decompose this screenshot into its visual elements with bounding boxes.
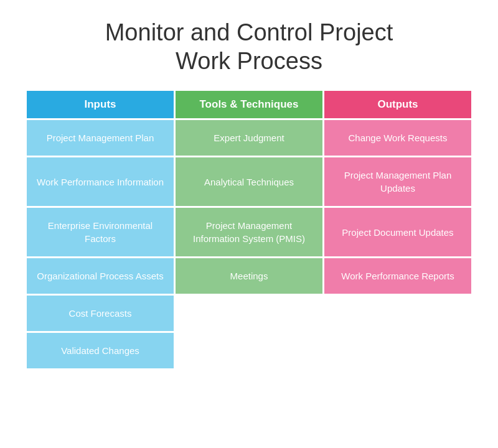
outputs-header: Outputs: [324, 91, 471, 118]
output-cell: Project Management Plan Updates: [324, 157, 471, 206]
tool-cell: Analytical Techniques: [176, 157, 322, 206]
tool-cell: Meetings: [176, 258, 322, 294]
output-cell: Change Work Requests: [324, 120, 471, 156]
table-row: Work Performance InformationAnalytical T…: [27, 157, 471, 206]
table-row: Enterprise Environmental FactorsProject …: [27, 208, 471, 256]
table-row: Project Management PlanExpert JudgmentCh…: [27, 120, 471, 156]
main-table: Inputs Tools & Techniques Outputs Projec…: [25, 89, 473, 370]
tools-header: Tools & Techniques: [176, 91, 322, 118]
input-cell: Organizational Process Assets: [27, 258, 174, 294]
tool-cell: Expert Judgment: [176, 120, 322, 156]
input-cell: Validated Changes: [27, 333, 174, 368]
table-row: Organizational Process AssetsMeetingsWor…: [27, 258, 471, 294]
input-cell: Project Management Plan: [27, 120, 174, 156]
tool-cell: [176, 333, 322, 368]
tool-cell: Project Management Information System (P…: [176, 208, 322, 256]
input-cell: Work Performance Information: [27, 157, 174, 206]
output-cell: Work Performance Reports: [324, 258, 471, 294]
output-cell: Project Document Updates: [324, 208, 471, 256]
output-cell: [324, 296, 471, 331]
page-title: Monitor and Control Project Work Process: [105, 19, 393, 75]
table-row: Cost Forecasts: [27, 296, 471, 331]
inputs-header: Inputs: [27, 91, 174, 118]
input-cell: Cost Forecasts: [27, 296, 174, 331]
input-cell: Enterprise Environmental Factors: [27, 208, 174, 256]
table-row: Validated Changes: [27, 333, 471, 368]
tool-cell: [176, 296, 322, 331]
output-cell: [324, 333, 471, 368]
